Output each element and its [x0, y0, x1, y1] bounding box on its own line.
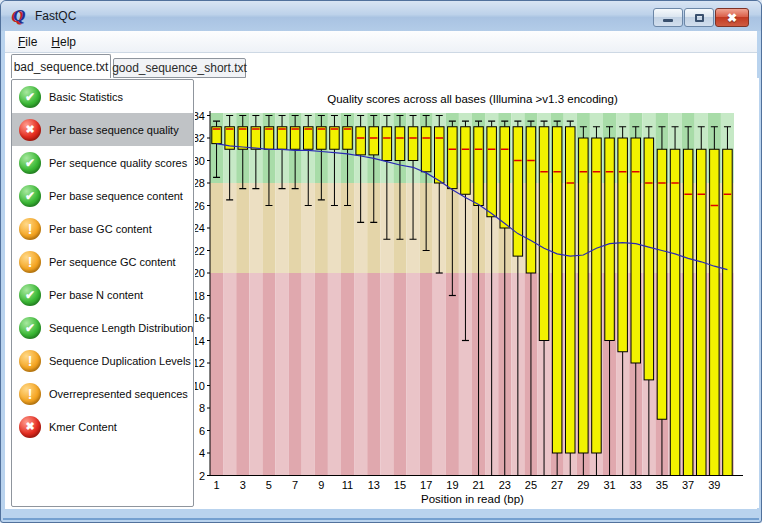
svg-text:16: 16 — [195, 312, 205, 324]
svg-text:37: 37 — [682, 479, 694, 491]
svg-text:14: 14 — [195, 335, 205, 347]
svg-text:22: 22 — [195, 245, 205, 257]
x-axis-title: Position in read (bp) — [195, 493, 750, 505]
fail-icon — [19, 119, 41, 141]
svg-text:11: 11 — [342, 479, 353, 491]
y-axis-ticks: 246810121416182022242628303234 — [195, 110, 210, 482]
svg-text:34: 34 — [195, 110, 205, 122]
svg-text:33: 33 — [630, 479, 642, 491]
svg-text:23: 23 — [499, 479, 511, 491]
svg-text:26: 26 — [195, 200, 205, 212]
svg-text:31: 31 — [603, 479, 615, 491]
tab-content: Basic Statistics Per base sequence quali… — [5, 78, 757, 509]
boxplot-column-40 — [723, 127, 733, 476]
sidebar-item-per-sequence-gc-content[interactable]: Per sequence GC content — [12, 245, 193, 278]
boxplot-column-29 — [579, 127, 589, 476]
svg-text:4: 4 — [199, 447, 205, 459]
svg-text:39: 39 — [708, 479, 720, 491]
tab-good-sequence-short[interactable]: good_sequence_short.txt — [113, 58, 246, 78]
svg-text:17: 17 — [420, 479, 432, 491]
boxplot-column-36 — [670, 127, 680, 476]
maximize-icon — [695, 14, 704, 22]
quality-boxplot-chart: 2468101214161820222426283032341357911131… — [195, 78, 759, 508]
sidebar-item-per-base-n-content[interactable]: Per base N content — [12, 278, 193, 311]
svg-text:20: 20 — [195, 267, 205, 279]
svg-text:6: 6 — [199, 425, 205, 437]
menu-help[interactable]: Help — [44, 33, 83, 51]
svg-text:10: 10 — [195, 380, 205, 392]
sidebar-item-sequence-length-distribution[interactable]: Sequence Length Distribution — [12, 311, 193, 344]
pass-icon — [19, 284, 41, 306]
boxplot-column-38 — [697, 127, 707, 476]
minimize-button[interactable] — [653, 8, 683, 27]
warning-icon — [19, 383, 41, 405]
pass-icon — [19, 152, 41, 174]
module-list: Basic Statistics Per base sequence quali… — [11, 79, 194, 507]
sidebar-item-per-base-gc-content[interactable]: Per base GC content — [12, 212, 193, 245]
sidebar-item-per-sequence-quality-scores[interactable]: Per sequence quality scores — [12, 146, 193, 179]
sidebar-item-per-base-sequence-quality[interactable]: Per base sequence quality — [12, 113, 193, 146]
window-title: FastQC — [35, 9, 76, 23]
fastqc-window: Q FastQC ✖ File Help bad_sequence.txt go… — [0, 0, 762, 523]
sidebar-item-overrepresented-sequences[interactable]: Overrepresented sequences — [12, 377, 193, 410]
svg-text:2: 2 — [199, 470, 205, 482]
sidebar-item-per-base-sequence-content[interactable]: Per base sequence content — [12, 179, 193, 212]
pass-icon — [19, 86, 41, 108]
menu-file[interactable]: File — [11, 33, 44, 51]
svg-text:8: 8 — [199, 402, 205, 414]
pass-icon — [19, 185, 41, 207]
boxplot-column-30 — [592, 127, 602, 476]
close-icon: ✖ — [727, 12, 737, 24]
boxplot-column-27 — [552, 121, 562, 475]
file-tab-strip: bad_sequence.txt good_sequence_short.txt — [5, 53, 757, 78]
svg-text:24: 24 — [195, 222, 205, 234]
warning-icon — [19, 218, 41, 240]
svg-text:3: 3 — [240, 479, 246, 491]
chart-title: Quality scores across all bases (Illumin… — [195, 93, 750, 105]
svg-text:1: 1 — [214, 479, 220, 491]
minimize-icon — [663, 19, 673, 22]
quality-boxplot-panel: Quality scores across all bases (Illumin… — [195, 78, 759, 508]
warning-icon — [19, 251, 41, 273]
svg-text:30: 30 — [195, 155, 205, 167]
boxplot-column-37 — [683, 127, 693, 476]
svg-text:13: 13 — [368, 479, 380, 491]
x-axis-ticks: 13579111315171921232527293133353739 — [214, 479, 721, 491]
svg-text:35: 35 — [656, 479, 668, 491]
svg-text:18: 18 — [195, 290, 205, 302]
svg-text:27: 27 — [551, 479, 563, 491]
close-button[interactable]: ✖ — [715, 8, 749, 27]
svg-text:12: 12 — [195, 357, 205, 369]
fail-icon — [19, 416, 41, 438]
menu-bar: File Help — [5, 31, 757, 53]
boxplot-column-28 — [566, 121, 576, 475]
svg-text:5: 5 — [266, 479, 272, 491]
pass-icon — [19, 317, 41, 339]
svg-text:19: 19 — [446, 479, 458, 491]
fastqc-logo-icon: Q — [10, 6, 29, 25]
title-bar[interactable]: Q FastQC ✖ — [1, 1, 761, 31]
boxplot-column-39 — [710, 127, 720, 476]
sidebar-item-basic-statistics[interactable]: Basic Statistics — [12, 80, 193, 113]
svg-text:7: 7 — [292, 479, 298, 491]
maximize-button[interactable] — [684, 8, 714, 27]
svg-text:15: 15 — [394, 479, 406, 491]
tab-bad-sequence[interactable]: bad_sequence.txt — [11, 54, 111, 78]
svg-text:9: 9 — [318, 479, 324, 491]
sidebar-item-kmer-content[interactable]: Kmer Content — [12, 410, 193, 443]
svg-text:21: 21 — [472, 479, 484, 491]
svg-text:25: 25 — [525, 479, 537, 491]
warning-icon — [19, 350, 41, 372]
quality-zone-bands — [210, 113, 734, 476]
svg-text:32: 32 — [195, 132, 205, 144]
svg-text:28: 28 — [195, 177, 205, 189]
svg-text:29: 29 — [577, 479, 589, 491]
sidebar-item-sequence-duplication-levels[interactable]: Sequence Duplication Levels — [12, 344, 193, 377]
